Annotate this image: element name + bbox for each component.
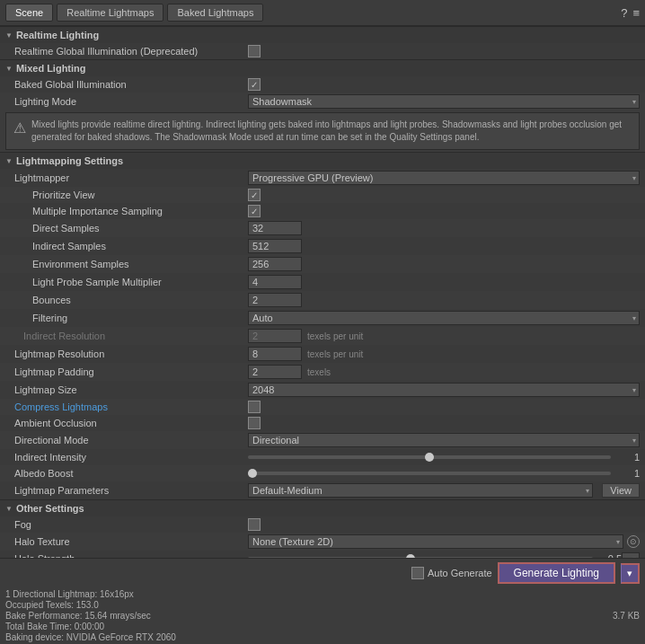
label-indirect-resolution: Indirect Resolution [5, 331, 248, 341]
value-realtime-gi [248, 45, 640, 57]
dropdown-lightmap-size-wrap: 2048 ▾ [248, 383, 640, 397]
value-lightmap-resolution: texels per unit [248, 347, 640, 361]
generate-row: Auto Generate Generate Lighting ▾ [0, 559, 645, 587]
label-env-samples: Environment Samples [5, 259, 248, 269]
checkbox-ambient-occlusion[interactable] [248, 417, 261, 429]
halo-texture-target-icon[interactable]: ⊙ [627, 535, 640, 548]
bottom-bar: Auto Generate Generate Lighting ▾ 1 Dire… [0, 558, 645, 644]
label-lightmap-resolution: Lightmap Resolution [5, 348, 248, 359]
label-ambient-occlusion: Ambient Occlusion [5, 418, 248, 428]
unit-indirect-resolution: texels per unit [307, 331, 363, 341]
row-compress-lightmaps: Compress Lightmaps [0, 399, 645, 415]
dropdown-halo-texture[interactable]: None (Texture 2D) [248, 534, 623, 549]
input-env-samples[interactable] [248, 257, 302, 271]
tab-scene[interactable]: Scene [5, 4, 53, 22]
dropdown-lightmap-size[interactable]: 2048 [248, 383, 640, 397]
other-collapse-icon[interactable]: ▼ [5, 505, 13, 513]
row-indirect-resolution: Indirect Resolution texels per unit [0, 327, 645, 345]
row-prioritize-view: Prioritize View ✓ [0, 187, 645, 203]
label-bounces: Bounces [5, 295, 248, 305]
generate-lighting-dropdown-button[interactable]: ▾ [621, 563, 640, 584]
settings-icon[interactable]: ≡ [632, 6, 640, 20]
input-lightmap-padding[interactable] [248, 365, 302, 379]
label-filtering: Filtering [5, 313, 248, 323]
dropdown-lightmap-parameters[interactable]: Default-Medium [248, 483, 593, 498]
label-indirect-intensity: Indirect Intensity [5, 452, 248, 463]
dropdown-directional-mode[interactable]: Directional [248, 433, 640, 447]
slider-indirect-intensity-wrap: 1 [248, 452, 640, 463]
label-indirect-samples: Indirect Samples [5, 241, 248, 251]
value-baked-gi: ✓ [248, 78, 640, 91]
value-prioritize-view: ✓ [248, 189, 640, 201]
label-compress-lightmaps[interactable]: Compress Lightmaps [5, 401, 248, 412]
mixed-collapse-icon[interactable]: ▼ [5, 65, 13, 73]
row-ambient-occlusion: Ambient Occlusion [0, 415, 645, 431]
tab-bar: Scene Realtime Lightmaps Baked Lightmaps… [0, 0, 645, 26]
value-indirect-resolution: texels per unit [248, 329, 640, 343]
dropdown-filtering[interactable]: Auto [248, 311, 640, 325]
checkbox-realtime-gi[interactable] [248, 45, 261, 57]
row-lightmap-padding: Lightmap Padding texels [0, 363, 645, 381]
view-lightmap-params-button[interactable]: View [602, 483, 640, 498]
value-bounces [248, 293, 640, 307]
value-directional-mode: Directional ▾ [248, 433, 640, 447]
dropdown-halo-texture-wrap: None (Texture 2D) ▾ [248, 534, 623, 549]
label-halo-texture: Halo Texture [5, 536, 248, 547]
checkbox-baked-gi[interactable]: ✓ [248, 78, 261, 91]
question-icon[interactable]: ? [621, 6, 627, 20]
label-prioritize-view: Prioritize View [5, 190, 248, 200]
dropdown-filtering-wrap: Auto ▾ [248, 311, 640, 325]
lm-collapse-icon[interactable]: ▼ [5, 157, 13, 165]
checkbox-mis[interactable]: ✓ [248, 205, 261, 217]
generate-lighting-button[interactable]: Generate Lighting [498, 562, 615, 584]
row-indirect-intensity: Indirect Intensity 1 [0, 449, 645, 465]
lightmapping-settings-header: ▼ Lightmapping Settings [0, 152, 645, 169]
label-lightmap-parameters: Lightmap Parameters [5, 485, 248, 496]
slider-albedo-boost-wrap: 1 [248, 468, 640, 479]
tab-realtime-lightmaps[interactable]: Realtime Lightmaps [57, 4, 163, 22]
lightmapping-settings-title: Lightmapping Settings [16, 155, 123, 166]
dropdown-lightmap-params-wrap: Default-Medium ▾ [248, 483, 593, 498]
tab-baked-lightmaps[interactable]: Baked Lightmaps [167, 4, 263, 22]
value-compress-lightmaps [248, 401, 640, 413]
checkbox-prioritize-view[interactable]: ✓ [248, 189, 261, 201]
realtime-lighting-header: ▼ Realtime Lighting [0, 26, 645, 43]
input-bounces[interactable] [248, 293, 302, 307]
value-env-samples [248, 257, 640, 271]
unit-lightmap-resolution: texels per unit [307, 349, 363, 359]
input-indirect-resolution [248, 329, 302, 343]
value-lighting-mode: Shadowmask ▾ [248, 94, 640, 109]
value-lp-sample-mult [248, 275, 640, 289]
row-fog: Fog [0, 516, 645, 533]
info-text-mixed: Mixed lights provide realtime direct lig… [31, 119, 632, 144]
status-total-bake-time: Total Bake Time: 0:00:00 [5, 622, 176, 631]
unit-lightmap-padding: texels [307, 367, 331, 377]
main-scroll-area: ▼ Realtime Lighting Realtime Global Illu… [0, 26, 645, 580]
auto-generate-row: Auto Generate [411, 567, 492, 579]
slider-albedo-boost[interactable] [248, 472, 611, 475]
row-lightmapper: Lightmapper Progressive GPU (Preview) ▾ [0, 169, 645, 187]
input-lightmap-resolution[interactable] [248, 347, 302, 361]
row-halo-texture: Halo Texture None (Texture 2D) ▾ ⊙ [0, 533, 645, 551]
input-lp-sample-mult[interactable] [248, 275, 302, 289]
dropdown-lighting-mode[interactable]: Shadowmask [248, 94, 640, 109]
row-lighting-mode: Lighting Mode Shadowmask ▾ [0, 93, 645, 110]
row-lightmap-resolution: Lightmap Resolution texels per unit [0, 345, 645, 363]
value-ambient-occlusion [248, 417, 640, 429]
label-realtime-gi: Realtime Global Illumination (Deprecated… [5, 46, 248, 57]
row-directional-mode: Directional Mode Directional ▾ [0, 431, 645, 449]
collapse-icon[interactable]: ▼ [5, 31, 13, 40]
status-occupied-texels: Occupied Texels: 153.0 [5, 600, 176, 610]
value-halo-texture: None (Texture 2D) ▾ ⊙ [248, 534, 640, 549]
checkbox-compress-lightmaps[interactable] [248, 401, 261, 413]
mixed-lighting-title: Mixed Lighting [16, 63, 86, 74]
status-right: 3.7 KB [613, 611, 640, 621]
checkbox-auto-generate[interactable] [411, 567, 424, 579]
checkbox-fog[interactable] [248, 518, 261, 531]
input-indirect-samples[interactable] [248, 239, 302, 253]
dropdown-lightmapper[interactable]: Progressive GPU (Preview) [248, 171, 640, 185]
status-left: 1 Directional Lightmap: 16x16px Occupied… [5, 589, 176, 642]
input-direct-samples[interactable] [248, 221, 302, 235]
value-indirect-intensity: 1 [248, 452, 640, 463]
slider-indirect-intensity[interactable] [248, 455, 611, 459]
